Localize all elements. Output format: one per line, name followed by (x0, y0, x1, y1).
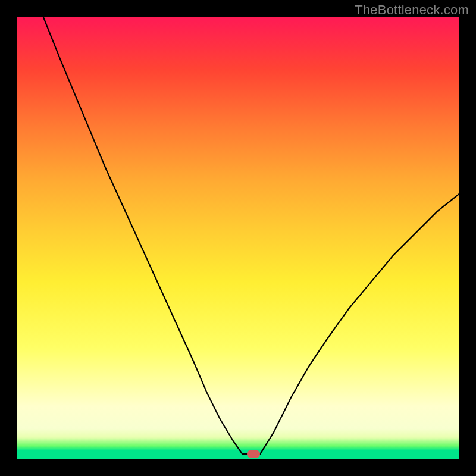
bottleneck-marker (247, 450, 260, 458)
plot-area (17, 17, 459, 459)
bottleneck-curve (17, 17, 459, 459)
chart-frame: TheBottleneck.com (0, 0, 476, 476)
curve-path (43, 17, 459, 454)
watermark-text: TheBottleneck.com (355, 2, 469, 18)
